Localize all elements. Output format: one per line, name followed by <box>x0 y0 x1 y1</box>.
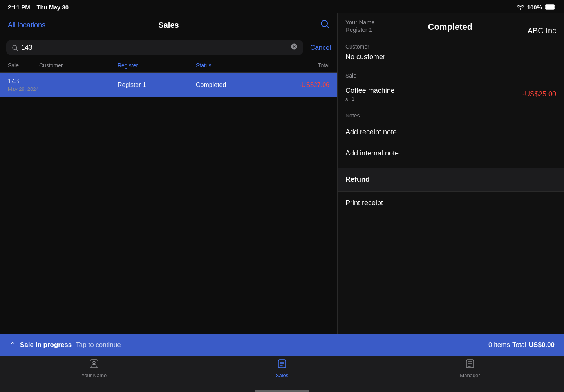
tab-sales-label: Sales <box>276 372 289 378</box>
search-input[interactable] <box>21 44 287 52</box>
right-header: Your Name Register 1 Completed placehold… <box>338 13 564 38</box>
sale-progress-left: ⌃ Sale in progress Tap to continue <box>9 340 121 350</box>
tab-your-name[interactable]: Your Name <box>70 359 118 378</box>
person-icon <box>89 359 99 371</box>
sale-info: 143 May 29, 2024 <box>8 78 39 92</box>
customer-section: Customer No customer <box>338 38 564 67</box>
col-customer: Customer <box>39 62 118 69</box>
svg-rect-2 <box>546 5 554 9</box>
status-time: 2:11 PM Thu May 30 <box>8 4 69 11</box>
col-register: Register <box>118 62 196 69</box>
battery-percentage: 100% <box>527 4 542 11</box>
svg-point-0 <box>520 8 521 10</box>
sale-in-progress-bar[interactable]: ⌃ Sale in progress Tap to continue 0 ite… <box>0 334 564 356</box>
header-right-col: placeholder ABC Inc <box>526 19 556 35</box>
items-count: 0 items <box>488 341 510 349</box>
item-qty: x -1 <box>345 96 395 102</box>
col-status: Status <box>196 62 274 69</box>
cancel-button[interactable]: Cancel <box>307 44 331 52</box>
col-sale: Sale <box>8 62 39 69</box>
battery-icon <box>545 4 556 10</box>
search-input-wrapper <box>6 40 303 55</box>
customer-value: No customer <box>345 53 556 61</box>
row-register: Register 1 <box>118 78 196 92</box>
row-customer <box>39 78 118 92</box>
sale-label: Sale <box>345 72 556 79</box>
total-label: Total <box>512 341 526 349</box>
add-internal-note-button[interactable]: Add internal note... <box>338 143 564 164</box>
home-indicator <box>0 389 564 392</box>
table-body: 143 May 29, 2024 Register 1 Completed -U… <box>0 73 337 334</box>
page-title: Sales <box>158 21 179 30</box>
customer-label: Customer <box>345 43 556 50</box>
row-status: Completed <box>196 78 274 92</box>
all-locations-link[interactable]: All locations <box>8 21 45 29</box>
left-panel: All locations Sales <box>0 13 338 334</box>
status-bar: 2:11 PM Thu May 30 100% <box>0 0 564 13</box>
register-detail-label: Register 1 <box>345 26 375 33</box>
search-icon[interactable] <box>320 19 329 31</box>
right-panel: Your Name Register 1 Completed placehold… <box>338 13 564 334</box>
status-right: 100% <box>517 4 556 11</box>
sale-item-left: Coffee machine x -1 <box>345 87 395 102</box>
app-header: All locations Sales <box>0 13 337 37</box>
tab-sales[interactable]: Sales <box>258 359 306 378</box>
refund-button[interactable]: Refund <box>338 168 564 191</box>
add-receipt-note-button[interactable]: Add receipt note... <box>338 122 564 143</box>
tab-bar: Your Name Sales Manager <box>0 356 564 389</box>
tab-your-name-label: Your Name <box>81 372 107 378</box>
wifi-icon <box>517 4 524 10</box>
sale-item-row: Coffee machine x -1 -US$25.00 <box>338 82 564 107</box>
sale-date: May 29, 2024 <box>8 86 39 92</box>
company-name: ABC Inc <box>528 26 556 35</box>
table-header: Sale Customer Register Status Total <box>0 58 337 73</box>
tab-manager-label: Manager <box>460 372 480 378</box>
main-container: All locations Sales <box>0 13 564 334</box>
home-bar <box>255 390 309 392</box>
row-total: -US$27.06 <box>274 78 329 92</box>
tap-to-continue-label: Tap to continue <box>76 341 121 349</box>
sale-section-label-wrap: Sale <box>338 67 564 82</box>
svg-point-11 <box>93 361 95 364</box>
search-bar: Cancel <box>0 37 337 58</box>
your-name-label: Your Name <box>345 19 375 25</box>
action-section: Refund <box>338 168 564 191</box>
sale-total-right: 0 items Total US$0.00 <box>488 341 555 349</box>
sale-number: 143 <box>8 78 39 85</box>
item-name: Coffee machine <box>345 87 395 95</box>
svg-line-6 <box>16 49 18 51</box>
svg-line-4 <box>327 26 329 28</box>
search-small-icon <box>12 45 18 51</box>
total-amount: US$0.00 <box>529 341 555 349</box>
sales-icon <box>277 359 287 371</box>
col-total: Total <box>274 62 329 69</box>
chevron-up-icon: ⌃ <box>9 340 16 350</box>
manager-icon <box>465 359 475 371</box>
clear-search-button[interactable] <box>291 43 298 52</box>
sale-in-progress-label: Sale in progress <box>20 341 72 349</box>
notes-section: Notes Add receipt note... Add internal n… <box>338 107 564 164</box>
table-row[interactable]: 143 May 29, 2024 Register 1 Completed -U… <box>0 73 337 97</box>
tab-manager[interactable]: Manager <box>446 359 494 378</box>
header-left-col: Your Name Register 1 <box>345 19 375 35</box>
item-price: -US$25.00 <box>522 90 556 98</box>
detail-status-title: Completed <box>375 22 526 32</box>
print-receipt-button[interactable]: Print receipt <box>338 191 564 214</box>
notes-label: Notes <box>338 107 564 122</box>
